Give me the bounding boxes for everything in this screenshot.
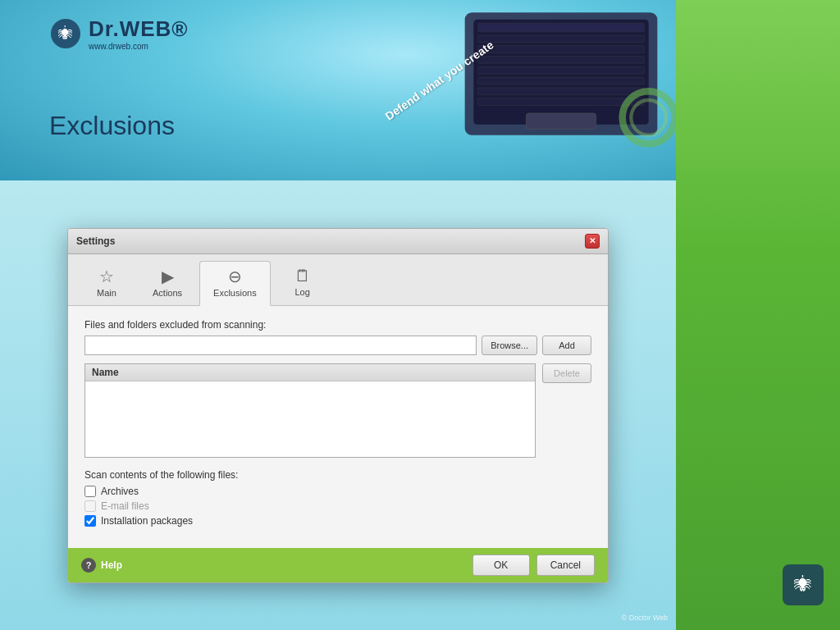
file-list-container: Name Delete (84, 363, 591, 458)
drweb-spider-icon: 🕷 (49, 17, 82, 50)
logo-name: Dr.WEB® (89, 16, 189, 42)
tab-exclusions[interactable]: ⊖ Exclusions (199, 261, 271, 306)
tab-log[interactable]: 🗒 Log (274, 261, 331, 305)
close-button[interactable]: ✕ (585, 234, 600, 249)
help-label: Help (101, 559, 122, 571)
dialog-content: Files and folders excluded from scanning… (68, 306, 608, 548)
logo-url: www.drweb.com (89, 42, 189, 51)
green-panel (676, 0, 840, 630)
copyright: © Doctor Web (622, 614, 668, 622)
file-path-input[interactable] (84, 336, 477, 355)
install-row: Installation packages (84, 515, 591, 527)
tab-main-label: Main (97, 288, 116, 298)
tab-main[interactable]: ☆ Main (78, 261, 135, 305)
file-list-header: Name (85, 364, 535, 381)
actions-icon: ▶ (162, 267, 174, 286)
browse-button[interactable]: Browse... (482, 336, 537, 355)
add-button[interactable]: Add (542, 336, 591, 355)
tab-actions[interactable]: ▶ Actions (139, 261, 196, 305)
logo-text: Dr.WEB® www.drweb.com (89, 16, 189, 51)
help-icon: ? (81, 558, 96, 573)
tabs-bar: ☆ Main ▶ Actions ⊖ Exclusions 🗒 Log (68, 254, 608, 306)
dialog-area: Settings ✕ ☆ Main ▶ Actions ⊖ Exclusions… (0, 180, 676, 630)
archives-checkbox[interactable] (84, 486, 96, 497)
logo: 🕷 Dr.WEB® www.drweb.com (49, 16, 189, 51)
title-bar: Settings ✕ (68, 229, 608, 254)
side-buttons: Delete (542, 363, 591, 458)
file-list[interactable]: Name (84, 363, 536, 458)
dialog-footer: ? Help OK Cancel (68, 548, 608, 582)
email-row: E-mail files (84, 500, 591, 512)
tab-log-label: Log (294, 287, 309, 297)
archives-label: Archives (101, 486, 139, 497)
page-title: Exclusions (49, 111, 175, 141)
tab-actions-label: Actions (153, 288, 182, 298)
svg-rect-5 (478, 35, 645, 43)
svg-rect-4 (478, 23, 645, 32)
exclusions-icon: ⊖ (228, 267, 242, 286)
ok-button[interactable]: OK (472, 555, 530, 576)
svg-text:🕷: 🕷 (794, 574, 812, 595)
main-icon: ☆ (99, 267, 114, 286)
tab-exclusions-label: Exclusions (213, 288, 257, 298)
header: 🕷 Dr.WEB® www.drweb.com Exclusions Defen… (0, 0, 676, 180)
file-list-body (85, 381, 535, 388)
svg-text:🕷: 🕷 (58, 25, 73, 42)
svg-rect-6 (478, 46, 645, 53)
svg-rect-10 (478, 88, 645, 95)
archives-row: Archives (84, 486, 591, 497)
footer-buttons: OK Cancel (472, 555, 595, 576)
install-checkbox[interactable] (84, 515, 96, 527)
cancel-button[interactable]: Cancel (536, 555, 595, 576)
settings-dialog: Settings ✕ ☆ Main ▶ Actions ⊖ Exclusions… (67, 228, 609, 583)
scan-section: Scan contents of the following files: Ar… (84, 469, 591, 527)
drweb-logo-small: 🕷 (783, 564, 824, 605)
help-button[interactable]: ? Help (81, 558, 122, 573)
files-section-label: Files and folders excluded from scanning… (84, 319, 591, 331)
install-label: Installation packages (101, 515, 193, 527)
svg-rect-9 (478, 77, 645, 84)
svg-rect-11 (478, 98, 645, 106)
log-icon: 🗒 (294, 267, 311, 285)
svg-rect-8 (478, 66, 645, 74)
file-input-row: Browse... Add (84, 336, 591, 355)
email-label: E-mail files (101, 500, 149, 512)
email-checkbox[interactable] (84, 500, 96, 512)
svg-rect-7 (478, 57, 645, 64)
laptop-image (364, 0, 676, 180)
dialog-title: Settings (76, 235, 115, 247)
svg-rect-12 (526, 113, 596, 129)
scan-section-label: Scan contents of the following files: (84, 469, 591, 481)
delete-button[interactable]: Delete (542, 363, 591, 383)
